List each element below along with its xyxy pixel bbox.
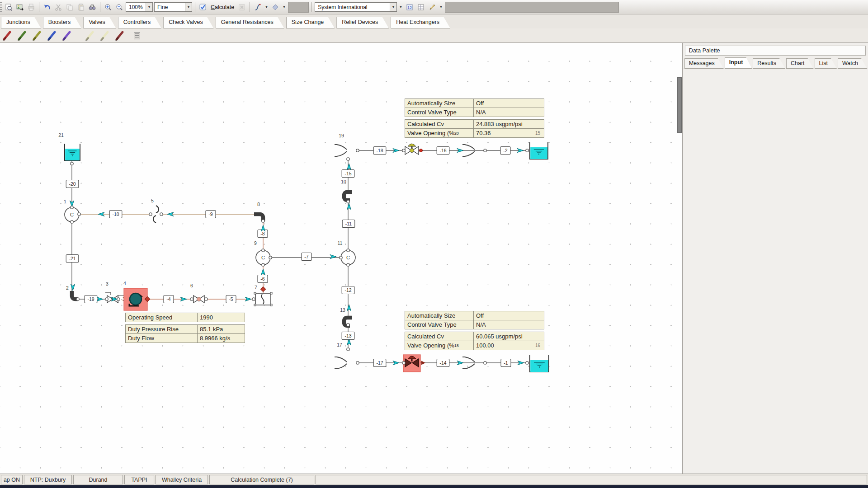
status-segment: NTP: Duxbury [24, 475, 72, 484]
pipe-label[interactable]: -21 [66, 255, 79, 263]
component-tank[interactable] [530, 355, 549, 372]
component-junction[interactable]: C [256, 250, 270, 265]
annotation-pen-icon[interactable] [17, 30, 28, 42]
pipe-label[interactable]: -4 [164, 296, 174, 303]
flow-arrow-icon [347, 305, 351, 311]
toolbar-filler-box [288, 2, 309, 13]
pipe-label[interactable]: -6 [258, 275, 268, 283]
dropdown-arrow-icon[interactable]: ▾ [282, 5, 287, 9]
pipe-label[interactable]: -20 [66, 180, 79, 188]
annotation-pen-icon[interactable] [47, 30, 57, 42]
pencil-icon[interactable] [427, 2, 437, 12]
component-tab-controllers[interactable]: Controllers [118, 17, 161, 28]
annotation-pen-icon[interactable] [61, 30, 72, 42]
palette-tab-messages[interactable]: Messages [684, 58, 724, 69]
chevron-down-icon[interactable]: ▾ [146, 3, 152, 11]
palette-tab-input[interactable]: Input [725, 57, 752, 69]
component-tab-check-valves[interactable]: Check Valves [163, 17, 214, 28]
component-elbow[interactable] [344, 192, 352, 200]
component-tab-junctions[interactable]: Junctions [1, 17, 41, 28]
component-cvalve[interactable] [405, 144, 419, 155]
pipe-label[interactable]: -17 [373, 359, 386, 367]
component-junction[interactable]: C [341, 250, 355, 265]
annotation-pen-icon[interactable] [32, 30, 42, 42]
undo-icon[interactable] [42, 2, 52, 12]
pipe-label[interactable]: -18 [373, 147, 386, 155]
component-wye[interactable] [335, 357, 347, 369]
status-segment: TAPPI [124, 475, 154, 484]
line-style-icon[interactable] [134, 32, 140, 39]
zoom-out-icon[interactable] [114, 2, 124, 12]
dropdown-arrow-icon[interactable]: ▾ [264, 5, 269, 9]
quality-select-value: Fine [155, 4, 185, 10]
component-tank[interactable] [530, 142, 548, 159]
component-tab-heat-exchangers[interactable]: Heat Exchangers [391, 17, 450, 28]
print-icon [26, 2, 36, 12]
pipe-label[interactable]: -2 [500, 147, 510, 155]
component-junction[interactable]: C [65, 207, 79, 222]
component-tab-relief-devices[interactable]: Relief Devices [336, 17, 389, 28]
port-dot [117, 298, 120, 300]
dropdown-arrow-icon[interactable]: ▾ [439, 5, 443, 9]
palette-tab-list[interactable]: List [815, 58, 837, 69]
component-tab-general-resistances[interactable]: General Resistances [216, 17, 284, 28]
pipe-label[interactable]: -10 [109, 211, 122, 218]
palette-tab-chart[interactable]: Chart [786, 58, 814, 69]
pipe-label[interactable]: -16 [437, 147, 449, 155]
component-tab-valves[interactable]: Valves [83, 17, 116, 28]
result-table[interactable]: Operating Speed1990Duty Pressure Rise85.… [125, 313, 245, 343]
table-row-value: Off [473, 311, 544, 320]
component-hx[interactable] [254, 292, 272, 306]
pipe-label[interactable]: -15 [342, 170, 354, 178]
find-icon[interactable] [87, 2, 97, 12]
palette-tab-results[interactable]: Results [753, 58, 785, 69]
chevron-down-icon[interactable]: ▾ [390, 3, 396, 11]
pipe-label[interactable]: -5 [226, 296, 236, 303]
dropdown-arrow-icon[interactable]: ▾ [398, 5, 403, 9]
pipe-label[interactable]: -11 [342, 220, 355, 228]
schematic-canvas[interactable]: -3CCC-20-10-9-8-21-19-4-5-6-7-11-15-12-1… [0, 43, 682, 474]
toolbar-grip[interactable] [0, 2, 2, 12]
result-table[interactable]: Automatically SizeOffControl Valve TypeN… [405, 311, 545, 350]
data-palette-content[interactable] [683, 69, 868, 474]
node-label: 6 [190, 283, 193, 288]
pipe-label[interactable]: -1 [501, 359, 511, 367]
component-orifice[interactable] [153, 206, 159, 223]
layers-icon[interactable] [270, 2, 280, 12]
pipe-label[interactable]: -9 [206, 211, 216, 218]
pipe-label[interactable]: -19 [85, 296, 97, 303]
print-preview-icon[interactable] [4, 2, 14, 12]
schematic-svg[interactable]: -3CCC-20-10-9-8-21-19-4-5-6-7-11-15-12-1… [0, 43, 682, 474]
pipe-label[interactable]: -12 [342, 286, 354, 294]
table-row-label: Control Valve Type [405, 108, 474, 117]
pipe-label[interactable]: -7 [302, 253, 311, 261]
grid-icon[interactable] [416, 2, 426, 12]
units-select[interactable]: System International▾ [315, 2, 397, 12]
pipe-label[interactable]: -13 [342, 332, 354, 340]
quality-select[interactable]: Fine▾ [154, 2, 192, 12]
calculate-checkbox-icon[interactable] [198, 2, 208, 12]
zoom-level-select[interactable]: 100%▾ [126, 2, 153, 12]
curve-icon[interactable] [253, 2, 263, 12]
drawing-tools-bar [0, 28, 868, 43]
result-table[interactable]: Automatically SizeOffControl Valve TypeN… [405, 99, 545, 138]
component-valve[interactable] [193, 296, 204, 303]
component-tab-size-change[interactable]: Size Change [286, 17, 335, 28]
book-icon[interactable]: 12 [405, 2, 415, 12]
component-tab-boosters[interactable]: Boosters [43, 17, 81, 28]
annotation-pen-icon[interactable] [99, 30, 110, 42]
component-tank[interactable] [65, 144, 80, 160]
chevron-down-icon[interactable]: ▾ [185, 3, 192, 11]
pipe-label[interactable]: -14 [437, 359, 449, 367]
annotation-pen-icon[interactable] [2, 30, 13, 42]
export-image-icon[interactable] [15, 2, 25, 12]
calculate-button[interactable]: Calculate [209, 4, 236, 10]
component-wye[interactable] [335, 145, 347, 156]
palette-tab-watch[interactable]: Watch [838, 58, 867, 69]
annotation-pen-icon[interactable] [85, 30, 95, 42]
annotation-pen-icon[interactable] [114, 30, 125, 42]
zoom-in-icon[interactable] [103, 2, 113, 12]
table-row-value: 85.1 kPa [197, 324, 245, 334]
canvas-vertical-scrollbar[interactable] [677, 77, 682, 133]
pipe-label[interactable]: -8 [258, 230, 268, 238]
